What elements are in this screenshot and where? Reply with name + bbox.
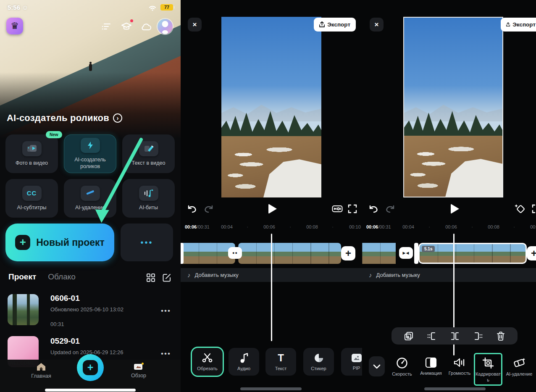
export-button[interactable]: Экспорт: [314, 18, 356, 32]
timeline-clip[interactable]: [181, 243, 235, 264]
cloud-icon[interactable]: [140, 20, 152, 33]
ruler-tick: 00:08: [306, 224, 318, 229]
tool-ai-removal[interactable]: AI-удаление: [505, 357, 533, 377]
tool-text[interactable]: Т Текст: [265, 348, 296, 376]
section-title[interactable]: AI-создатель роликов ›: [7, 113, 122, 124]
tool-label: AI-удаление: [506, 371, 533, 377]
project-menu-button[interactable]: •••: [161, 350, 171, 358]
feature-photo-to-video[interactable]: New Фото в видео: [5, 134, 58, 173]
trim-left-icon[interactable]: [426, 332, 436, 340]
close-icon: ×: [193, 21, 197, 29]
ruler-tick: 00:06: [263, 224, 275, 229]
tool-animation[interactable]: Анимация: [417, 357, 445, 376]
timeline-ruler: 00:06/00:31 00:04 · 00:06 · 00:08 · 00:1…: [362, 222, 536, 233]
pro-crown-badge[interactable]: ♛: [6, 18, 23, 34]
cc-icon: CC: [22, 186, 42, 201]
browse-icon: [134, 363, 144, 371]
add-clip-button[interactable]: +: [341, 246, 355, 260]
timeline-clip[interactable]: [362, 243, 396, 264]
undo-icon[interactable]: [367, 203, 380, 215]
preview-snow-patches: [221, 136, 321, 197]
tool-pip[interactable]: PIP: [341, 348, 362, 376]
ruler-tick: 00:08: [488, 224, 499, 229]
eraser-icon: [81, 186, 100, 201]
project-info: 0606-01 Обновлено 2025-06-10 13:02: [50, 294, 123, 313]
clip-action-bar: [391, 327, 518, 345]
feature-ai-video-maker[interactable]: AI-создатель роликов: [64, 134, 116, 173]
grid-view-icon[interactable]: [146, 273, 155, 282]
feature-ai-removal[interactable]: AI-удаление: [64, 179, 116, 218]
speed-icon: [396, 357, 408, 369]
collapse-toolbar-button[interactable]: [369, 356, 385, 376]
feature-label: AI-биты: [137, 205, 160, 211]
nav-home[interactable]: Главная: [29, 363, 53, 379]
new-project-button[interactable]: + Новый проект: [5, 224, 114, 261]
tab-projects[interactable]: Проект: [8, 272, 36, 282]
clip-duration-badge: 5.1s: [422, 246, 435, 252]
queue-list-icon[interactable]: [100, 20, 113, 33]
ruler-tick: 00:10: [349, 224, 361, 229]
undo-icon[interactable]: [186, 203, 198, 215]
selected-clip[interactable]: 5.1s: [418, 243, 527, 264]
tool-volume[interactable]: Громкость: [445, 357, 474, 376]
fullscreen-icon[interactable]: [346, 203, 359, 215]
feature-ai-captions[interactable]: CC AI-субтитры: [5, 179, 58, 218]
tool-sticker[interactable]: Стикер: [303, 348, 334, 376]
transition-button[interactable]: ▶◀: [399, 247, 413, 259]
smiley-icon: ☺: [22, 4, 28, 11]
photo-video-icon: [22, 141, 42, 156]
transition-button[interactable]: ●●: [228, 247, 242, 259]
export-button[interactable]: Экспорт: [501, 18, 536, 32]
ai-lightning-icon: [81, 138, 100, 153]
project-thumbnail: [8, 294, 39, 325]
split-icon[interactable]: [450, 332, 460, 340]
trim-right-icon[interactable]: [473, 332, 483, 340]
tool-label: Текст: [275, 366, 287, 371]
video-preview-selected[interactable]: [403, 17, 503, 197]
tab-cloud[interactable]: Облако: [48, 272, 76, 282]
scissors-icon: [202, 353, 213, 363]
keyframe-icon[interactable]: [513, 203, 526, 215]
feature-text-to-video[interactable]: Текст в видео: [122, 134, 175, 173]
project-tabs: Проект Облако: [8, 272, 76, 282]
plus-icon: +: [83, 360, 98, 375]
playback-controls: [362, 203, 536, 218]
tutorials-icon[interactable]: [120, 20, 133, 33]
video-preview[interactable]: [221, 17, 321, 197]
add-clip-button[interactable]: +: [527, 246, 536, 260]
project-menu-button[interactable]: •••: [161, 307, 171, 315]
add-music-row[interactable]: ♪ Добавить музыку: [362, 268, 536, 282]
more-tools-button[interactable]: •••: [121, 224, 173, 261]
avatar[interactable]: [158, 19, 173, 34]
crown-icon: ♛: [11, 21, 19, 32]
add-music-label: Добавить музыку: [195, 272, 239, 278]
tool-trim[interactable]: Обрезать: [192, 348, 223, 376]
nav-browse[interactable]: Обзор: [127, 363, 150, 379]
redo-icon[interactable]: [202, 203, 215, 215]
close-button[interactable]: ×: [188, 18, 202, 32]
letter-t-icon: Т: [278, 353, 284, 363]
play-button[interactable]: [266, 203, 279, 215]
project-updated: Обновлено 2025-06-10 13:02: [50, 306, 123, 313]
ruler-dot: ·: [513, 224, 515, 229]
select-edit-icon[interactable]: [162, 273, 171, 282]
section-title-text: AI-создатель роликов: [7, 113, 109, 124]
fullscreen-icon[interactable]: [530, 203, 536, 215]
create-fab-button[interactable]: +: [77, 354, 104, 381]
resolution-icon[interactable]: [331, 203, 344, 215]
feature-ai-beats[interactable]: AI-биты: [122, 179, 175, 218]
status-time: 5:56 ☺: [8, 4, 29, 11]
playhead[interactable]: [271, 234, 272, 341]
play-button[interactable]: [449, 203, 461, 215]
close-button[interactable]: ×: [370, 18, 384, 32]
redo-icon[interactable]: [384, 203, 397, 215]
clip-left-handle[interactable]: [181, 243, 184, 264]
duplicate-icon[interactable]: [404, 331, 413, 341]
tool-speed[interactable]: Скорость: [388, 357, 416, 377]
feature-label: AI-субтитры: [14, 205, 49, 211]
timeline-clip[interactable]: [238, 243, 341, 264]
clip-trim-handle[interactable]: [414, 243, 418, 264]
tool-audio[interactable]: Аудио: [229, 348, 259, 376]
ruler-tick: 00:04: [402, 224, 414, 229]
delete-icon[interactable]: [497, 331, 505, 341]
